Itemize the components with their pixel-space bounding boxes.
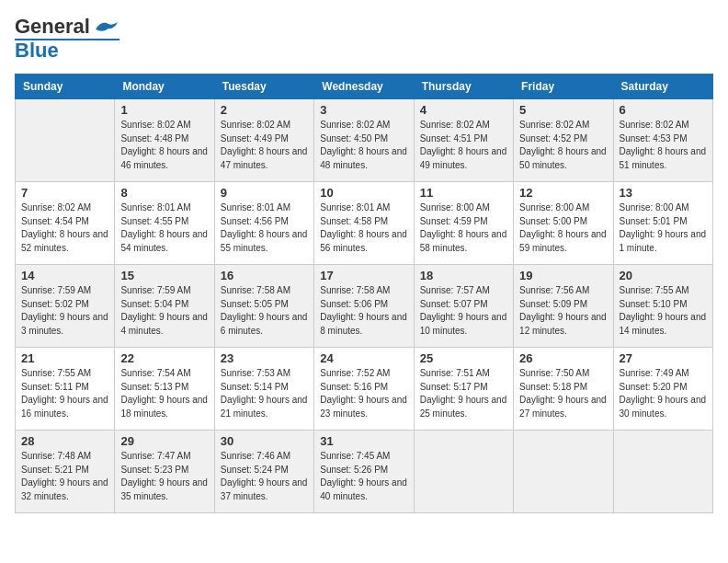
- calendar-day-cell: 9Sunrise: 8:01 AMSunset: 4:56 PMDaylight…: [214, 182, 313, 265]
- calendar-day-header: Monday: [115, 75, 214, 99]
- calendar-day-cell: 16Sunrise: 7:58 AMSunset: 5:05 PMDayligh…: [214, 265, 313, 348]
- day-number: 7: [21, 186, 108, 200]
- day-info: Sunrise: 8:00 AMSunset: 5:00 PMDaylight:…: [519, 201, 607, 255]
- calendar-day-cell: 3Sunrise: 8:02 AMSunset: 4:50 PMDaylight…: [314, 99, 414, 182]
- day-number: 16: [221, 269, 308, 282]
- day-info: Sunrise: 7:45 AMSunset: 5:26 PMDaylight:…: [320, 450, 407, 503]
- calendar-day-cell: 24Sunrise: 7:52 AMSunset: 5:16 PMDayligh…: [314, 348, 414, 431]
- calendar-day-cell: 19Sunrise: 7:56 AMSunset: 5:09 PMDayligh…: [514, 265, 613, 348]
- calendar-table: SundayMondayTuesdayWednesdayThursdayFrid…: [15, 74, 713, 513]
- calendar-day-header: Sunday: [16, 75, 115, 99]
- day-number: 2: [221, 103, 308, 117]
- calendar-week-row: 1Sunrise: 8:02 AMSunset: 4:48 PMDaylight…: [16, 99, 713, 182]
- day-info: Sunrise: 7:59 AMSunset: 5:02 PMDaylight:…: [21, 284, 108, 338]
- day-info: Sunrise: 8:02 AMSunset: 4:54 PMDaylight:…: [21, 201, 108, 255]
- day-info: Sunrise: 7:58 AMSunset: 5:06 PMDaylight:…: [320, 284, 407, 338]
- calendar-day-cell: 6Sunrise: 8:02 AMSunset: 4:53 PMDaylight…: [613, 99, 712, 182]
- calendar-week-row: 7Sunrise: 8:02 AMSunset: 4:54 PMDaylight…: [16, 182, 713, 265]
- calendar-day-cell: 26Sunrise: 7:50 AMSunset: 5:18 PMDayligh…: [514, 348, 613, 431]
- day-info: Sunrise: 8:01 AMSunset: 4:58 PMDaylight:…: [320, 201, 407, 255]
- calendar-day-cell: [514, 431, 613, 513]
- day-number: 23: [221, 351, 308, 365]
- day-number: 29: [120, 434, 208, 448]
- calendar-day-header: Friday: [514, 75, 613, 99]
- day-number: 19: [519, 269, 607, 282]
- day-number: 27: [620, 351, 707, 365]
- day-number: 11: [420, 186, 507, 200]
- calendar-day-cell: 11Sunrise: 8:00 AMSunset: 4:59 PMDayligh…: [414, 182, 513, 265]
- day-info: Sunrise: 7:46 AMSunset: 5:24 PMDaylight:…: [221, 450, 308, 503]
- calendar-day-cell: 25Sunrise: 7:51 AMSunset: 5:17 PMDayligh…: [414, 348, 513, 431]
- day-info: Sunrise: 7:59 AMSunset: 5:04 PMDaylight:…: [120, 284, 208, 338]
- calendar-day-cell: 23Sunrise: 7:53 AMSunset: 5:14 PMDayligh…: [214, 348, 313, 431]
- day-info: Sunrise: 7:55 AMSunset: 5:10 PMDaylight:…: [620, 284, 707, 338]
- day-info: Sunrise: 8:01 AMSunset: 4:56 PMDaylight:…: [221, 201, 308, 255]
- calendar-day-cell: 8Sunrise: 8:01 AMSunset: 4:55 PMDaylight…: [115, 182, 214, 265]
- logo-blue: Blue: [15, 39, 59, 63]
- day-number: 26: [519, 351, 607, 365]
- day-number: 30: [221, 434, 308, 448]
- page-header: General Blue: [15, 15, 713, 63]
- calendar-day-cell: 4Sunrise: 8:02 AMSunset: 4:51 PMDaylight…: [414, 99, 513, 182]
- day-info: Sunrise: 7:53 AMSunset: 5:14 PMDaylight:…: [221, 367, 308, 420]
- day-number: 31: [320, 434, 407, 448]
- day-info: Sunrise: 8:02 AMSunset: 4:50 PMDaylight:…: [320, 119, 407, 172]
- calendar-day-cell: 12Sunrise: 8:00 AMSunset: 5:00 PMDayligh…: [514, 182, 613, 265]
- day-number: 12: [519, 186, 607, 200]
- day-info: Sunrise: 7:47 AMSunset: 5:23 PMDaylight:…: [120, 450, 208, 503]
- day-info: Sunrise: 8:02 AMSunset: 4:49 PMDaylight:…: [221, 119, 308, 172]
- calendar-day-cell: 2Sunrise: 8:02 AMSunset: 4:49 PMDaylight…: [214, 99, 313, 182]
- day-info: Sunrise: 7:56 AMSunset: 5:09 PMDaylight:…: [519, 284, 607, 338]
- calendar-day-cell: 5Sunrise: 8:02 AMSunset: 4:52 PMDaylight…: [514, 99, 613, 182]
- day-number: 8: [120, 186, 208, 200]
- calendar-day-header: Wednesday: [314, 75, 414, 99]
- day-number: 5: [519, 103, 607, 117]
- day-info: Sunrise: 7:52 AMSunset: 5:16 PMDaylight:…: [320, 367, 407, 420]
- calendar-day-cell: 31Sunrise: 7:45 AMSunset: 5:26 PMDayligh…: [314, 431, 414, 513]
- calendar-day-cell: 28Sunrise: 7:48 AMSunset: 5:21 PMDayligh…: [16, 431, 115, 513]
- day-info: Sunrise: 7:57 AMSunset: 5:07 PMDaylight:…: [420, 284, 507, 338]
- calendar-week-row: 28Sunrise: 7:48 AMSunset: 5:21 PMDayligh…: [16, 431, 713, 513]
- day-number: 10: [320, 186, 407, 200]
- day-info: Sunrise: 7:50 AMSunset: 5:18 PMDaylight:…: [519, 367, 607, 420]
- day-info: Sunrise: 7:55 AMSunset: 5:11 PMDaylight:…: [21, 367, 108, 420]
- day-info: Sunrise: 7:58 AMSunset: 5:05 PMDaylight:…: [221, 284, 308, 338]
- calendar-week-row: 21Sunrise: 7:55 AMSunset: 5:11 PMDayligh…: [16, 348, 713, 431]
- calendar-day-cell: 15Sunrise: 7:59 AMSunset: 5:04 PMDayligh…: [115, 265, 214, 348]
- calendar-day-cell: 17Sunrise: 7:58 AMSunset: 5:06 PMDayligh…: [314, 265, 414, 348]
- calendar-day-cell: 18Sunrise: 7:57 AMSunset: 5:07 PMDayligh…: [414, 265, 513, 348]
- day-number: 14: [21, 269, 108, 282]
- calendar-day-header: Saturday: [613, 75, 712, 99]
- day-number: 18: [420, 269, 507, 282]
- calendar-header-row: SundayMondayTuesdayWednesdayThursdayFrid…: [16, 75, 713, 99]
- day-info: Sunrise: 7:48 AMSunset: 5:21 PMDaylight:…: [21, 450, 108, 503]
- day-number: 28: [21, 434, 108, 448]
- day-number: 22: [120, 351, 208, 365]
- calendar-day-cell: 30Sunrise: 7:46 AMSunset: 5:24 PMDayligh…: [214, 431, 313, 513]
- day-info: Sunrise: 8:02 AMSunset: 4:48 PMDaylight:…: [120, 119, 208, 172]
- day-info: Sunrise: 8:01 AMSunset: 4:55 PMDaylight:…: [120, 201, 208, 255]
- calendar-day-header: Thursday: [414, 75, 513, 99]
- calendar-day-cell: 22Sunrise: 7:54 AMSunset: 5:13 PMDayligh…: [115, 348, 214, 431]
- logo-bird-icon: [92, 17, 119, 37]
- day-number: 9: [221, 186, 308, 200]
- day-number: 20: [620, 269, 707, 282]
- calendar-day-cell: 7Sunrise: 8:02 AMSunset: 4:54 PMDaylight…: [16, 182, 115, 265]
- day-info: Sunrise: 8:00 AMSunset: 4:59 PMDaylight:…: [420, 201, 507, 255]
- logo-general: General: [15, 15, 90, 39]
- day-number: 24: [320, 351, 407, 365]
- day-number: 13: [620, 186, 707, 200]
- day-number: 4: [420, 103, 507, 117]
- calendar-day-cell: 1Sunrise: 8:02 AMSunset: 4:48 PMDaylight…: [115, 99, 214, 182]
- calendar-week-row: 14Sunrise: 7:59 AMSunset: 5:02 PMDayligh…: [16, 265, 713, 348]
- day-info: Sunrise: 8:02 AMSunset: 4:51 PMDaylight:…: [420, 119, 507, 172]
- day-number: 6: [620, 103, 707, 117]
- day-info: Sunrise: 8:02 AMSunset: 4:52 PMDaylight:…: [519, 119, 607, 172]
- calendar-day-cell: [613, 431, 712, 513]
- day-info: Sunrise: 8:02 AMSunset: 4:53 PMDaylight:…: [620, 119, 707, 172]
- calendar-day-cell: 29Sunrise: 7:47 AMSunset: 5:23 PMDayligh…: [115, 431, 214, 513]
- day-number: 21: [21, 351, 108, 365]
- day-number: 25: [420, 351, 507, 365]
- calendar-day-cell: [414, 431, 513, 513]
- calendar-day-cell: 27Sunrise: 7:49 AMSunset: 5:20 PMDayligh…: [613, 348, 712, 431]
